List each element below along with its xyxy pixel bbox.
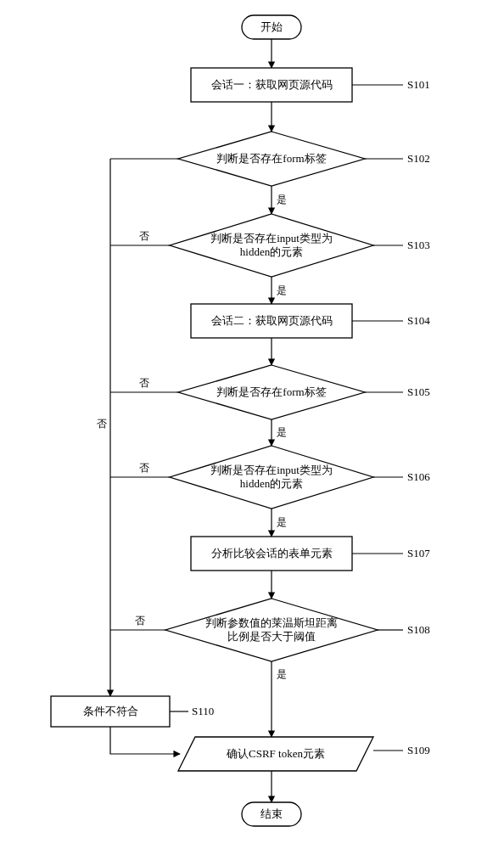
flowchart-canvas: 开始 会话一：获取网页源代码 S101 判断是否存在form标签 S102 是 …: [0, 0, 504, 849]
edge-n106-no-label: 否: [139, 462, 149, 474]
text-s110: 条件不符合: [83, 705, 138, 717]
edge-n103-no-label: 否: [139, 230, 149, 242]
node-s105: 判断是否存在form标签: [178, 365, 365, 419]
text-s108-l1: 判断参数值的莱温斯坦距离: [205, 616, 338, 629]
node-s106: 判断是否存在input类型为 hidden的元素: [170, 446, 373, 509]
label-s105: S105: [407, 385, 430, 398]
node-s103: 判断是否存在input类型为 hidden的元素: [170, 214, 373, 277]
node-s104: 会话二：获取网页源代码: [191, 304, 352, 338]
node-end: 结束: [242, 802, 301, 826]
text-s108-l2: 比例是否大于阈值: [227, 630, 316, 643]
text-s106-l1: 判断是否存在input类型为: [210, 464, 333, 476]
label-end: 结束: [260, 807, 283, 820]
label-s108: S108: [407, 623, 430, 636]
text-s105: 判断是否存在form标签: [216, 385, 326, 398]
edge-n108-yes-label: 是: [277, 668, 287, 680]
edge-n108-no-label: 否: [135, 615, 145, 627]
text-s101: 会话一：获取网页源代码: [211, 78, 333, 91]
node-s101: 会话一：获取网页源代码: [191, 68, 352, 102]
text-s103-l1: 判断是否存在input类型为: [210, 232, 333, 245]
no-bus-label: 否: [97, 418, 107, 430]
label-start: 开始: [260, 20, 283, 33]
edge-n106-yes-label: 是: [277, 516, 287, 528]
edge-n103-yes-label: 是: [277, 284, 287, 296]
text-s107: 分析比较会话的表单元素: [211, 547, 333, 559]
node-s110: 条件不符合: [51, 696, 170, 727]
label-s101: S101: [407, 78, 430, 91]
label-s103: S103: [407, 239, 430, 251]
label-s107: S107: [407, 547, 430, 559]
edge-n102-yes-label: 是: [277, 194, 287, 205]
edge-n105-no-label: 否: [139, 377, 149, 389]
text-s103-l2: hidden的元素: [240, 245, 303, 258]
label-s104: S104: [407, 314, 430, 327]
node-s107: 分析比较会话的表单元素: [191, 537, 352, 571]
label-s110: S110: [192, 705, 214, 717]
node-s108: 判断参数值的莱温斯坦距离 比例是否大于阈值: [165, 599, 378, 661]
node-s102: 判断是否存在form标签: [178, 132, 365, 186]
label-s109: S109: [407, 744, 430, 756]
node-s109: 确认CSRF token元素: [178, 737, 373, 771]
edge-n110-n109: [110, 727, 180, 754]
label-s102: S102: [407, 152, 430, 165]
node-start: 开始: [242, 15, 301, 39]
edge-n105-yes-label: 是: [277, 426, 287, 438]
label-s106: S106: [407, 470, 430, 483]
text-s106-l2: hidden的元素: [240, 477, 303, 490]
text-s104: 会话二：获取网页源代码: [211, 314, 333, 327]
text-s109: 确认CSRF token元素: [226, 747, 325, 760]
text-s102: 判断是否存在form标签: [216, 152, 326, 165]
